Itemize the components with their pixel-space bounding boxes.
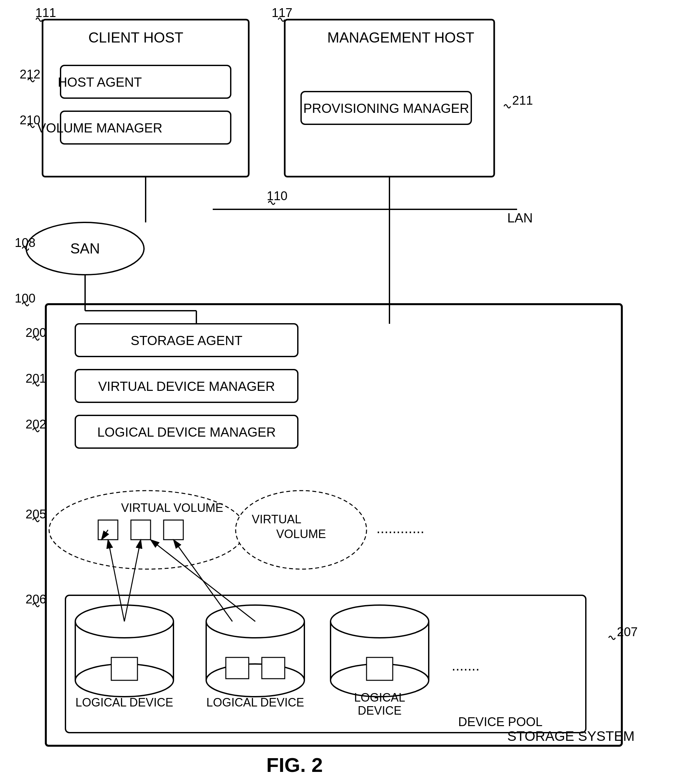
logical-device1-label: LOGICAL DEVICE xyxy=(76,696,173,709)
svg-point-32 xyxy=(206,664,304,697)
volume-manager-label: VOLUME MANAGER xyxy=(37,121,162,135)
ref-202: 202 xyxy=(26,417,46,431)
host-agent-label: HOST AGENT xyxy=(58,75,142,89)
dots-ld: ....... xyxy=(452,657,480,673)
san-label: SAN xyxy=(70,240,100,256)
client-host-label: CLIENT HOST xyxy=(89,29,183,45)
svg-rect-19 xyxy=(131,520,150,540)
ref-201: 201 xyxy=(26,372,46,385)
ref-206: 206 xyxy=(26,592,46,606)
ref-100: 100 xyxy=(15,291,35,305)
svg-rect-39 xyxy=(366,657,393,680)
logical-device3-line1: LOGICAL xyxy=(354,691,405,704)
ref-205: 205 xyxy=(26,507,46,521)
ref-108: 108 xyxy=(15,236,35,250)
device-pool-label: DEVICE POOL xyxy=(458,715,543,729)
virtual-volume2-line2: VOLUME xyxy=(276,527,326,541)
storage-agent-label: STORAGE AGENT xyxy=(131,333,242,348)
svg-rect-28 xyxy=(111,657,137,680)
ref-110: 110 xyxy=(267,189,287,203)
logical-device3-line2: DEVICE xyxy=(358,704,402,717)
virtual-volume1-label: VIRTUAL VOLUME xyxy=(121,501,223,515)
ref-117: 117 xyxy=(272,6,292,19)
ref-211: 211 xyxy=(512,93,533,107)
svg-rect-33 xyxy=(226,657,249,679)
svg-point-35 xyxy=(331,605,429,638)
ref-200: 200 xyxy=(26,326,46,340)
virtual-device-manager-label: VIRTUAL DEVICE MANAGER xyxy=(98,379,275,393)
figure-title: FIG. 2 xyxy=(266,753,323,776)
svg-rect-20 xyxy=(164,520,183,540)
virtual-volume2-line1: VIRTUAL xyxy=(252,512,301,526)
management-host-label: MANAGEMENT HOST xyxy=(327,29,474,45)
diagram-container: 111 CLIENT HOST 212 HOST AGENT 210 VOLUM… xyxy=(0,0,684,784)
logical-device2-label: LOGICAL DEVICE xyxy=(206,696,304,709)
ref-207: 207 xyxy=(617,625,637,639)
storage-system-label: STORAGE SYSTEM xyxy=(507,728,635,744)
ref-111: 111 xyxy=(35,6,56,19)
lan-label: LAN xyxy=(507,211,533,225)
provisioning-manager-label: PROVISIONING MANAGER xyxy=(303,101,469,116)
dots-horizontal: ............ xyxy=(376,520,424,536)
svg-rect-34 xyxy=(262,657,285,679)
ref-212: 212 xyxy=(19,68,40,81)
logical-device-manager-label: LOGICAL DEVICE MANAGER xyxy=(97,425,276,439)
